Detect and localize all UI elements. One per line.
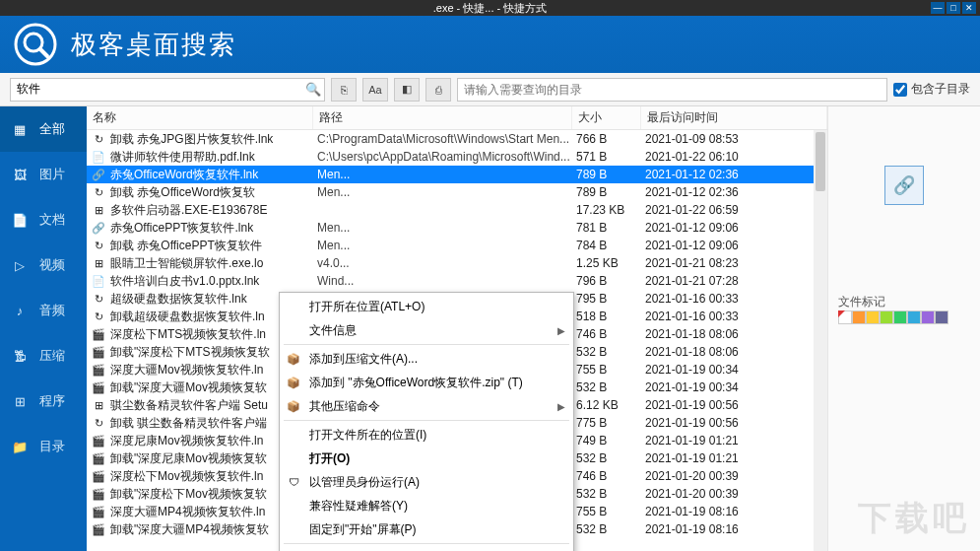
cell-time: 2021-01-18 08:06 [645,345,827,359]
cell-time: 2021-01-12 09:06 [645,221,827,235]
copy-button[interactable]: ⎘ [331,78,357,102]
cell-path: v4.0... [317,256,576,270]
sidebar-label: 压缩 [39,347,65,365]
cell-path: C:\ProgramData\Microsoft\Windows\Start M… [317,132,576,146]
col-time[interactable]: 最后访问时间 [641,106,827,129]
cell-name: 微讲师软件使用帮助.pdf.lnk [110,149,317,166]
menu-item[interactable]: 打开文件所在的位置(I) [280,423,573,447]
cell-time: 2021-01-19 08:16 [645,522,827,536]
sidebar-item-7[interactable]: 📁目录 [0,424,87,469]
sidebar-item-0[interactable]: ▦全部 [0,106,87,152]
sidebar-icon: ⊞ [10,391,30,411]
cell-name: 多软件启动器.EXE-E193678E [110,202,317,219]
table-row[interactable]: ⊞多软件启动器.EXE-E193678E17.23 KB2021-01-22 0… [87,201,827,219]
color-tag[interactable] [893,310,907,324]
sidebar-icon: 📁 [10,437,30,456]
menu-item-label: 打开所在位置(ATL+O) [309,299,425,315]
cell-time: 2021-01-09 08:53 [645,132,827,146]
file-icon: ↻ [91,131,106,147]
file-preview-icon: 🔗 [884,166,924,205]
sidebar-item-6[interactable]: ⊞程序 [0,379,87,424]
color-tag[interactable] [838,310,852,324]
cell-time: 2021-01-20 00:39 [645,487,827,501]
table-row[interactable]: ↻卸载 赤兔OfficeWord恢复软Men...789 B2021-01-12… [87,183,827,201]
file-icon: 🎬 [91,362,106,378]
titlebar: .exe - 快捷... - 快捷方式 — □ ✕ [0,0,980,16]
window-controls: — □ ✕ [931,2,976,14]
sidebar: ▦全部🖼图片📄文档▷视频♪音频🗜压缩⊞程序📁目录 [0,106,87,551]
wholeword-button[interactable]: ◧ [394,78,420,102]
minimize-button[interactable]: — [931,2,945,14]
table-row[interactable]: 📄微讲师软件使用帮助.pdf.lnkC:\Users\pc\AppData\Ro… [87,148,827,166]
color-tag[interactable] [880,310,893,324]
color-tag[interactable] [907,310,921,324]
cell-time: 2021-01-12 02:36 [645,185,827,199]
close-button[interactable]: ✕ [962,2,976,14]
file-icon: ↻ [91,309,106,324]
file-icon: 🎬 [91,433,106,448]
file-icon: 🎬 [91,486,106,502]
sidebar-label: 文档 [39,211,65,229]
directory-input[interactable] [457,78,887,102]
scrollbar-thumb[interactable] [816,132,825,191]
menu-item-icon: 📦 [286,351,301,367]
menu-item[interactable]: 兼容性疑难解答(Y) [280,494,573,517]
file-icon: 🔗 [91,220,106,236]
color-tag[interactable] [852,310,866,324]
menu-item[interactable]: 📦添加到 "赤兔OfficeWord恢复软件.zip" (T) [280,371,573,394]
search-input[interactable] [10,78,325,102]
table-row[interactable]: 📄软件培训白皮书v1.0.pptx.lnkWind...796 B2021-01… [87,272,827,290]
file-icon: ⊞ [91,255,106,271]
col-size[interactable]: 大小 [572,106,641,129]
color-tag[interactable] [921,310,935,324]
table-row[interactable]: 🔗赤兔OfficePPT恢复软件.lnkMen...781 B2021-01-1… [87,219,827,237]
maximize-button[interactable]: □ [947,2,960,14]
color-tag[interactable] [935,310,948,324]
col-path[interactable]: 路径 [313,106,572,129]
sidebar-item-2[interactable]: 📄文档 [0,197,87,242]
color-tag[interactable] [866,310,880,324]
file-icon: 🎬 [91,521,106,537]
sidebar-label: 目录 [39,438,65,455]
case-button[interactable]: Aa [362,78,388,102]
sidebar-item-1[interactable]: 🖼图片 [0,152,87,197]
search-icon[interactable]: 🔍 [305,82,321,97]
menu-separator [284,543,569,544]
cell-path: Men... [317,185,576,199]
sidebar-item-4[interactable]: ♪音频 [0,288,87,333]
table-row[interactable]: ↻卸载 赤兔JPG图片恢复软件.lnkC:\ProgramData\Micros… [87,130,827,148]
menu-item[interactable]: 复制文件/文件夹路径(P) [280,546,573,551]
table-row[interactable]: ⊞眼睛卫士智能锁屏软件.exe.lov4.0...1.25 KB2021-01-… [87,254,827,272]
table-row[interactable]: ↻卸载 赤兔OfficePPT恢复软件Men...784 B2021-01-12… [87,237,827,254]
col-name[interactable]: 名称 [87,106,313,129]
cell-path: Men... [317,168,576,181]
cell-name: 软件培训白皮书v1.0.pptx.lnk [110,273,317,290]
cell-size: 17.23 KB [576,203,645,217]
sidebar-item-3[interactable]: ▷视频 [0,242,87,288]
menu-item[interactable]: 固定到"开始"屏幕(P) [280,517,573,541]
regex-button[interactable]: ⎙ [425,78,451,102]
file-tags-label: 文件标记 [838,294,980,310]
file-icon: ⊞ [91,397,106,413]
submenu-arrow-icon: ▶ [557,325,565,336]
cell-time: 2021-01-12 09:06 [645,239,827,252]
menu-item[interactable]: 📦其他压缩命令▶ [280,394,573,418]
file-icon: ⊞ [91,202,106,218]
cell-size: 532 B [576,380,645,394]
menu-item[interactable]: 🛡以管理员身份运行(A) [280,470,573,494]
scrollbar[interactable] [814,130,827,551]
menu-item-label: 添加到压缩文件(A)... [309,351,418,368]
include-sub-input[interactable] [893,83,907,97]
file-icon: 🎬 [91,450,106,466]
table-row[interactable]: 🔗赤兔OfficeWord恢复软件.lnkMen...789 B2021-01-… [87,166,827,183]
menu-item[interactable]: 文件信息▶ [280,318,573,342]
menu-item[interactable]: 📦添加到压缩文件(A)... [280,347,573,371]
cell-size: 532 B [576,345,645,359]
menu-item[interactable]: 打开所在位置(ATL+O) [280,295,573,318]
menu-item-icon: 📦 [286,398,301,414]
cell-time: 2021-01-21 08:23 [645,256,827,270]
include-sub-checkbox[interactable]: 包含子目录 [893,81,970,98]
context-menu[interactable]: 打开所在位置(ATL+O)文件信息▶📦添加到压缩文件(A)...📦添加到 "赤兔… [279,292,574,551]
sidebar-item-5[interactable]: 🗜压缩 [0,333,87,379]
menu-item[interactable]: 打开(O) [280,447,573,470]
